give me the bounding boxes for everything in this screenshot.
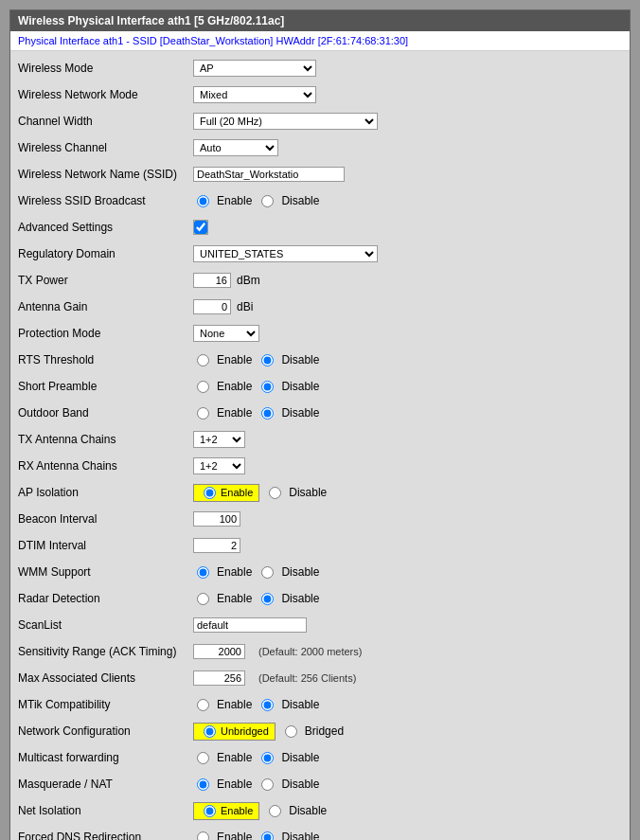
outdoor-disable-radio[interactable] [261, 407, 274, 420]
mtik-enable-radio[interactable] [197, 699, 209, 711]
network-config-label: Network Configuration [18, 724, 193, 738]
forced-dns-row: Forced DNS Redirection Enable Disable [18, 826, 622, 840]
ap-isolation-controls: Enable Disable [193, 484, 327, 502]
wireless-network-mode-row: Wireless Network Mode Mixed [18, 83, 622, 106]
forced-dns-disable-radio[interactable] [261, 831, 274, 841]
ssid-broadcast-disable-radio[interactable] [261, 195, 274, 207]
wireless-mode-label: Wireless Mode [18, 62, 193, 75]
net-isolation-enable-radio[interactable] [204, 805, 216, 817]
protection-mode-controls: None [193, 325, 259, 342]
scanlist-input[interactable] [193, 617, 307, 633]
ssid-broadcast-disable-label: Disable [281, 194, 319, 207]
ap-isolation-disable-radio[interactable] [269, 487, 281, 499]
wireless-mode-row: Wireless Mode AP [18, 57, 622, 80]
mtik-compat-row: MTik Compatibility Enable Disable [18, 693, 622, 716]
sensitivity-range-input[interactable] [193, 644, 245, 659]
masquerade-nat-row: Masquerade / NAT Enable Disable [18, 773, 622, 795]
multicast-enable-radio[interactable] [197, 752, 209, 764]
rts-threshold-label: RTS Threshold [18, 353, 193, 366]
dtim-interval-controls [193, 538, 240, 553]
multicast-enable-label: Enable [217, 751, 252, 764]
ssid-label: Wireless Network Name (SSID) [18, 168, 193, 181]
multicast-disable-radio[interactable] [261, 752, 274, 764]
net-isolation-disable-radio[interactable] [269, 805, 281, 817]
protection-mode-select[interactable]: None [193, 325, 259, 342]
advanced-settings-row: Advanced Settings [18, 216, 622, 239]
advanced-settings-checkbox[interactable] [194, 221, 207, 234]
mtik-compat-label: MTik Compatibility [18, 698, 193, 711]
ap-isolation-enable-btn[interactable]: Enable [193, 484, 259, 502]
masquerade-enable-radio[interactable] [197, 778, 209, 791]
tx-power-unit: dBm [237, 274, 260, 287]
forced-dns-enable-radio[interactable] [197, 831, 209, 841]
bridged-label: Bridged [305, 724, 344, 738]
wireless-mode-select[interactable]: AP [193, 60, 316, 77]
short-preamble-controls: Enable Disable [193, 380, 319, 393]
net-isolation-disable-label: Disable [289, 804, 327, 817]
regulatory-domain-select[interactable]: UNITED_STATES [193, 245, 378, 262]
ap-isolation-enable-radio[interactable] [204, 487, 216, 499]
net-isolation-enable-btn[interactable]: Enable [193, 802, 259, 820]
mtik-disable-radio[interactable] [261, 699, 274, 711]
wireless-network-mode-select[interactable]: Mixed [193, 86, 316, 103]
dtim-interval-input[interactable] [193, 538, 240, 553]
net-isolation-label: Net Isolation [18, 804, 193, 817]
wireless-network-mode-label: Wireless Network Mode [18, 88, 193, 101]
wmm-support-controls: Enable Disable [193, 565, 319, 579]
sensitivity-range-note: (Default: 2000 meters) [258, 646, 362, 657]
rts-disable-radio[interactable] [261, 354, 274, 366]
wireless-channel-controls: Auto [193, 139, 278, 156]
unbridged-label: Unbridged [221, 725, 269, 737]
unbridged-btn[interactable]: Unbridged [193, 723, 276, 741]
radar-enable-radio[interactable] [197, 593, 209, 605]
wireless-channel-select[interactable]: Auto [193, 139, 278, 156]
unbridged-radio[interactable] [204, 725, 216, 738]
max-clients-input[interactable] [193, 670, 245, 686]
multicast-forwarding-label: Multicast forwarding [18, 751, 193, 764]
ap-isolation-enable-label: Enable [221, 487, 253, 498]
tx-antenna-chains-select[interactable]: 1+2 [193, 431, 245, 448]
masquerade-disable-label: Disable [281, 777, 319, 791]
wmm-enable-radio[interactable] [197, 566, 209, 579]
ssid-input[interactable] [193, 167, 345, 182]
advanced-settings-label: Advanced Settings [18, 221, 193, 234]
beacon-interval-input[interactable] [193, 511, 240, 527]
mtik-compat-controls: Enable Disable [193, 698, 319, 711]
bridged-radio[interactable] [285, 725, 297, 738]
max-clients-note: (Default: 256 Clients) [258, 672, 356, 684]
beacon-interval-label: Beacon Interval [18, 512, 193, 526]
outdoor-enable-radio[interactable] [197, 407, 209, 420]
dtim-interval-row: DTIM Interval [18, 534, 622, 557]
short-preamble-disable-radio[interactable] [261, 381, 274, 393]
outdoor-disable-label: Disable [281, 406, 319, 420]
rx-antenna-chains-select[interactable]: 1+2 [193, 457, 245, 474]
antenna-gain-row: Antenna Gain dBi [18, 295, 622, 318]
rts-threshold-row: RTS Threshold Enable Disable [18, 349, 622, 371]
protection-mode-label: Protection Mode [18, 327, 193, 340]
channel-width-select[interactable]: Full (20 MHz) [193, 113, 378, 130]
wmm-disable-radio[interactable] [261, 566, 274, 579]
advanced-settings-controls [193, 220, 208, 235]
channel-width-label: Channel Width [18, 115, 193, 128]
forced-dns-label: Forced DNS Redirection [18, 831, 193, 840]
mtik-enable-label: Enable [217, 698, 252, 711]
short-preamble-enable-radio[interactable] [197, 381, 209, 393]
tx-power-input[interactable] [193, 273, 231, 288]
multicast-disable-label: Disable [281, 751, 319, 764]
forced-dns-enable-label: Enable [217, 831, 252, 840]
ap-isolation-disable-label: Disable [289, 486, 327, 499]
tx-power-row: TX Power dBm [18, 269, 622, 292]
radar-disable-radio[interactable] [261, 593, 274, 605]
ssid-broadcast-enable-radio[interactable] [197, 195, 209, 207]
regulatory-domain-label: Regulatory Domain [18, 247, 193, 260]
mtik-disable-label: Disable [281, 698, 319, 711]
wmm-support-label: WMM Support [18, 565, 193, 579]
wireless-network-mode-controls: Mixed [193, 86, 316, 103]
scanlist-row: ScanList [18, 614, 622, 636]
ssid-controls [193, 167, 345, 182]
masquerade-disable-radio[interactable] [261, 778, 274, 791]
antenna-gain-unit: dBi [237, 300, 253, 313]
antenna-gain-input[interactable] [193, 299, 231, 314]
masquerade-nat-controls: Enable Disable [193, 777, 319, 791]
rts-enable-radio[interactable] [197, 354, 209, 366]
